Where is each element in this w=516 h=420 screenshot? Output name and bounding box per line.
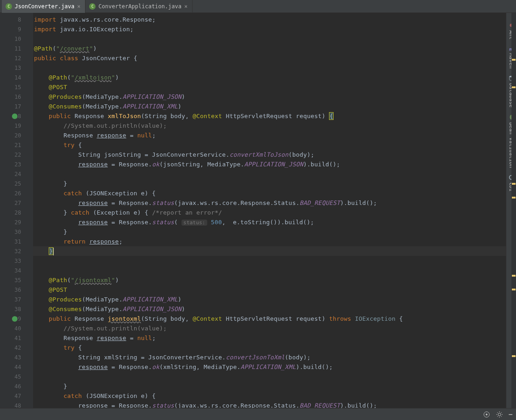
stripe-mark[interactable] [512, 59, 516, 61]
code-line[interactable]: String xmlString = JsonConverterService.… [33, 352, 506, 362]
line-number[interactable]: 31 [0, 237, 33, 246]
line-number[interactable]: 39 [0, 314, 33, 324]
code-line[interactable]: try { [33, 140, 506, 150]
code-line[interactable] [33, 266, 506, 275]
line-number[interactable]: 17 [0, 102, 33, 111]
code-line[interactable]: import javax.ws.rs.core.Response; [33, 15, 506, 24]
line-number[interactable]: 8 [0, 15, 33, 24]
code-line[interactable]: response = Response.ok(xmlString, MediaT… [33, 362, 506, 372]
line-number[interactable]: 25 [0, 179, 33, 188]
gutter-run-icon[interactable] [12, 114, 17, 119]
line-number[interactable]: 28 [0, 208, 33, 217]
target-icon[interactable] [483, 411, 490, 418]
stripe-mark[interactable] [512, 197, 516, 199]
line-number[interactable]: 22 [0, 150, 33, 159]
line-number[interactable]: 26 [0, 188, 33, 198]
stripe-mark[interactable] [512, 183, 516, 185]
code-line[interactable]: Response response = null; [33, 333, 506, 343]
line-number[interactable]: 13 [0, 63, 33, 73]
line-number[interactable]: 23 [0, 159, 33, 169]
line-number[interactable]: 27 [0, 198, 33, 208]
code-line[interactable]: catch (JSONException e) { [33, 391, 506, 401]
code-line[interactable]: try { [33, 343, 506, 352]
code-line[interactable]: response = Response.ok(jsonString, Media… [33, 159, 506, 169]
stripe-mark[interactable] [512, 86, 516, 88]
line-number[interactable]: 47 [0, 391, 33, 401]
code-line[interactable]: public class JsonConverter { [33, 53, 506, 63]
code-editor[interactable]: import javax.ws.rs.core.Response;import … [33, 13, 506, 408]
code-line[interactable] [33, 169, 506, 179]
code-line[interactable] [33, 34, 506, 44]
code-line[interactable]: Response response = null; [33, 131, 506, 140]
code-line[interactable] [33, 372, 506, 381]
line-number[interactable]: 15 [0, 82, 33, 92]
code-line[interactable]: //System.out.println(value); [33, 324, 506, 333]
line-number[interactable]: 14 [0, 73, 33, 82]
tab-jsonconverter[interactable]: C JsonConverter.java × [2, 0, 85, 13]
line-number[interactable]: 43 [0, 352, 33, 362]
line-number[interactable]: 41 [0, 333, 33, 343]
line-number[interactable]: 32 [0, 246, 33, 256]
line-number[interactable]: 30 [0, 227, 33, 237]
line-number[interactable]: 11 [0, 44, 33, 53]
code-line[interactable] [33, 256, 506, 266]
code-line[interactable]: catch (JSONException e) { [33, 188, 506, 198]
code-line[interactable]: @Consumes(MediaType.APPLICATION_JSON) [33, 304, 506, 314]
line-number[interactable]: 9 [0, 24, 33, 34]
code-line[interactable]: response = Response.status( status: 500,… [33, 217, 506, 227]
gutter-run-icon[interactable] [12, 316, 17, 322]
code-line[interactable]: import java.io.IOException; [33, 24, 506, 34]
close-icon[interactable]: × [184, 3, 187, 10]
code-line[interactable]: } [33, 381, 506, 391]
code-line[interactable]: String jsonString = JsonConverterService… [33, 150, 506, 159]
line-number[interactable]: 42 [0, 343, 33, 352]
line-number[interactable]: 16 [0, 92, 33, 102]
gear-icon[interactable] [496, 411, 503, 418]
code-line[interactable]: public Response jsontoxml(String body, @… [33, 314, 506, 324]
code-line[interactable]: @POST [33, 82, 506, 92]
line-number[interactable]: 12 [0, 53, 33, 63]
code-line[interactable]: @Produces(MediaType.APPLICATION_JSON) [33, 92, 506, 102]
stripe-mark[interactable] [512, 289, 516, 290]
code-line[interactable]: } [33, 227, 506, 237]
line-number[interactable]: 36 [0, 285, 33, 295]
line-number[interactable]: 10 [0, 34, 33, 44]
line-number[interactable]: 21 [0, 140, 33, 150]
line-number[interactable]: 20 [0, 131, 33, 140]
code-line[interactable] [33, 63, 506, 73]
code-line[interactable]: } [33, 179, 506, 188]
close-icon[interactable]: × [77, 3, 80, 10]
code-line[interactable]: @Path("/convert") [33, 44, 506, 53]
tab-label: JsonConverter.java [15, 3, 74, 10]
line-number[interactable]: 35 [0, 275, 33, 285]
line-number[interactable]: 45 [0, 372, 33, 381]
stripe-mark[interactable] [512, 275, 516, 277]
tab-converterapplication[interactable]: C ConverterApplication.java × [85, 0, 193, 13]
code-line[interactable]: } [33, 246, 506, 256]
line-number[interactable]: 46 [0, 381, 33, 391]
line-number[interactable]: 40 [0, 324, 33, 333]
code-line[interactable]: @Path("/jsontoxml") [33, 275, 506, 285]
line-number[interactable]: 44 [0, 362, 33, 372]
code-line[interactable]: //System.out.println(value); [33, 121, 506, 131]
minimize-icon[interactable]: — [509, 411, 512, 418]
gutter: 8910111213141516171819202122232425262728… [0, 13, 33, 408]
stripe-mark[interactable] [512, 355, 516, 357]
line-number[interactable]: 38 [0, 304, 33, 314]
code-line[interactable]: @Produces(MediaType.APPLICATION_XML) [33, 295, 506, 304]
code-line[interactable]: return response; [33, 237, 506, 246]
line-number[interactable]: 34 [0, 266, 33, 275]
code-line[interactable]: @Path("/xmltojson") [33, 73, 506, 82]
code-line[interactable]: } catch (Exception e) { /*report an erro… [33, 208, 506, 217]
line-number[interactable]: 24 [0, 169, 33, 179]
code-line[interactable]: public Response xmlToJson(String body, @… [33, 111, 506, 121]
code-line[interactable]: @Consumes(MediaType.APPLICATION_XML) [33, 102, 506, 111]
line-number[interactable]: 19 [0, 121, 33, 131]
line-number[interactable]: 18 [0, 111, 33, 121]
code-line[interactable]: response = Response.status(javax.ws.rs.c… [33, 198, 506, 208]
error-stripe[interactable] [511, 13, 516, 408]
line-number[interactable]: 29 [0, 217, 33, 227]
code-line[interactable]: @POST [33, 285, 506, 295]
line-number[interactable]: 37 [0, 295, 33, 304]
line-number[interactable]: 33 [0, 256, 33, 266]
